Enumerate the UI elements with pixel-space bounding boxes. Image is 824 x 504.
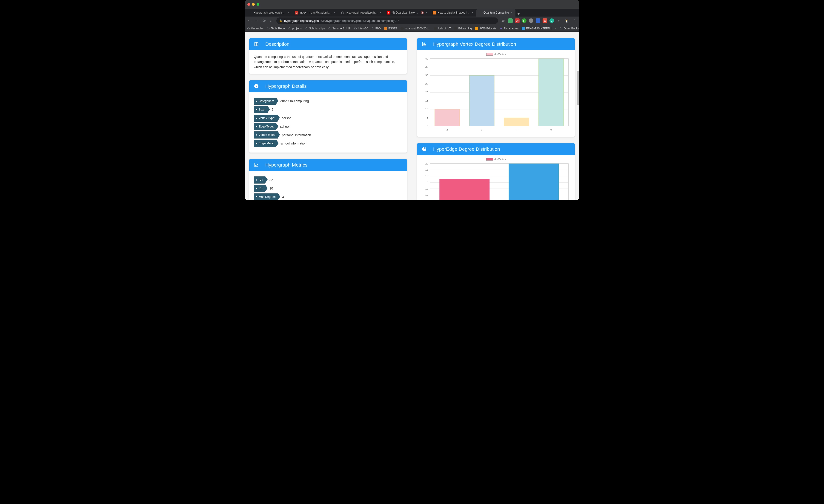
- reload-button[interactable]: ⟳: [262, 19, 266, 23]
- toolbar: ← → ⟳ ⌂ 🔒 hypergraph-repository.github.i…: [245, 16, 579, 25]
- bookmark-item[interactable]: E-Learning: [454, 27, 472, 30]
- vertex-degree-chart-card: Hypergraph Vertex Degree Distribution # …: [417, 38, 575, 137]
- description-card: Description Quantum computing is the use…: [249, 38, 407, 74]
- info-icon: [254, 84, 259, 89]
- close-tab-icon[interactable]: ×: [471, 11, 474, 14]
- pie-chart-icon: [422, 147, 427, 152]
- star-icon[interactable]: ☆: [501, 19, 505, 23]
- tab-label: Quantum Computing: [484, 11, 509, 14]
- scrollbar[interactable]: [576, 32, 579, 200]
- new-tab-button[interactable]: +: [515, 11, 522, 16]
- detail-row: Categories:quantum-computing: [254, 98, 402, 105]
- chart-svg: 68101214161820: [421, 162, 571, 200]
- svg-text:18: 18: [425, 168, 428, 171]
- close-tab-icon[interactable]: ×: [510, 11, 513, 14]
- svg-text:20: 20: [425, 162, 428, 165]
- close-tab-icon[interactable]: ×: [425, 11, 428, 14]
- detail-label: |E|:: [254, 185, 265, 192]
- maximize-window-button[interactable]: [256, 3, 260, 6]
- details-card: Hypergraph Details Categories:quantum-co…: [249, 80, 407, 152]
- back-button[interactable]: ←: [247, 19, 251, 23]
- bar-chart-icon: [422, 41, 427, 47]
- ext-icon[interactable]: ❄: [556, 18, 561, 23]
- forward-button[interactable]: →: [254, 19, 259, 23]
- folder-icon: 🗀: [247, 27, 250, 30]
- metrics-card: Hypergraph Metrics |V|:32|E|:10Max Degre…: [249, 159, 407, 200]
- bookmark-item[interactable]: 🗀SummerSch19: [328, 27, 350, 30]
- bookmark-item[interactable]: localhost:4000/201…: [401, 27, 431, 30]
- bookmark-item[interactable]: 🗀projects: [288, 27, 302, 30]
- bookmark-item[interactable]: 🗀Intern20: [354, 27, 368, 30]
- bookmark-item[interactable]: 🗀Vacancies: [247, 27, 264, 30]
- svg-text:25: 25: [425, 82, 428, 85]
- mute-icon: 🔇: [421, 11, 424, 14]
- browser-tab[interactable]: ≡How to display images in Markd×: [430, 9, 476, 16]
- detail-value: 5: [272, 107, 274, 112]
- bookmark-item[interactable]: AWS Educate: [475, 27, 496, 30]
- other-bookmarks[interactable]: 🗀Other Bookmarks: [559, 27, 579, 30]
- browser-tab[interactable]: MInbox - m.jan@studenti.unisa.it -×: [292, 9, 338, 16]
- bookmark-item[interactable]: 🗀PhD: [371, 27, 381, 30]
- ext-icon[interactable]: →: [536, 18, 540, 23]
- bookmark-label: Other Bookmarks: [563, 27, 579, 30]
- browser-tab[interactable]: Quantum Computing×: [476, 9, 515, 16]
- svg-text:14: 14: [425, 181, 428, 184]
- extension-icons: uo B+ → sc G ❄: [508, 18, 561, 23]
- svg-rect-1: [256, 86, 256, 87]
- ext-icon[interactable]: [508, 18, 513, 23]
- ext-icon[interactable]: [529, 18, 533, 23]
- bookmark-label: PhD: [376, 27, 381, 30]
- address-bar[interactable]: 🔒 hypergraph-repository.github.io/hyperg…: [276, 17, 498, 24]
- close-tab-icon[interactable]: ×: [333, 11, 336, 14]
- hyperedge-degree-chart-header: HyperEdge Degree Distribution: [417, 143, 575, 155]
- bookmark-item[interactable]: Lab of IoT: [434, 27, 451, 30]
- site-icon: [522, 27, 525, 30]
- svg-text:0: 0: [427, 125, 428, 127]
- detail-value: school: [280, 124, 290, 129]
- bookmark-item[interactable]: ESSE3: [384, 27, 397, 30]
- detail-value: 4: [282, 194, 284, 200]
- svg-text:5: 5: [427, 116, 428, 119]
- ext-icon[interactable]: uo: [515, 18, 520, 23]
- bookmark-label: AWS Educate: [479, 27, 496, 30]
- bookmarks-bar: 🗀Vacancies🗀Tools Repo🗀projects🗀Scholarsh…: [245, 25, 579, 32]
- vertex-degree-chart-header: Hypergraph Vertex Degree Distribution: [417, 38, 575, 50]
- minimize-window-button[interactable]: [252, 3, 255, 6]
- browser-window: Hypergraph Web Application×MInbox - m.ja…: [245, 0, 579, 200]
- bookmark-item[interactable]: ALAlmaLaurea: [500, 27, 519, 30]
- chart-svg: 05101520253035402345: [421, 57, 571, 132]
- browser-tab[interactable]: ◯hypergraph-repository/hypergra×: [338, 9, 385, 16]
- svg-text:8: 8: [427, 200, 428, 200]
- bookmark-label: Intern20: [358, 27, 368, 30]
- close-tab-icon[interactable]: ×: [287, 11, 290, 14]
- ext-icon[interactable]: B+: [522, 18, 526, 23]
- scrollbar-thumb[interactable]: [577, 71, 579, 105]
- close-tab-icon[interactable]: ×: [379, 11, 382, 14]
- detail-label: Vertex Type:: [254, 115, 278, 122]
- bookmarks-overflow[interactable]: »: [555, 27, 556, 30]
- chart-bar: [509, 163, 559, 200]
- details-title: Hypergraph Details: [265, 84, 307, 89]
- chart-bar: [439, 179, 490, 200]
- browser-tab[interactable]: Hypergraph Web Application×: [246, 9, 292, 16]
- bookmark-item[interactable]: 🗀Tools Repo: [267, 27, 285, 30]
- folder-icon: 🗀: [371, 27, 374, 30]
- detail-value: school information: [281, 141, 307, 146]
- home-button[interactable]: ⌂: [269, 19, 274, 23]
- detail-value: person: [282, 116, 292, 121]
- ext-icon[interactable]: G: [549, 18, 554, 23]
- bookmark-label: Tools Repo: [271, 27, 285, 30]
- svg-text:3: 3: [481, 128, 482, 131]
- bookmark-item[interactable]: 🗀Scholarships: [305, 27, 325, 30]
- folder-icon: 🗀: [305, 27, 308, 30]
- ext-icon[interactable]: sc: [542, 18, 547, 23]
- svg-text:2: 2: [446, 128, 448, 131]
- hyperedge-degree-chart-card: HyperEdge Degree Distribution # of Votes…: [417, 143, 575, 200]
- menu-button[interactable]: ⋮: [573, 19, 577, 23]
- browser-tab[interactable]: ▶(5) Dua Lipa - New Rules (S🔇×: [385, 9, 430, 16]
- close-window-button[interactable]: [247, 3, 250, 6]
- profile-avatar[interactable]: 🐧: [564, 18, 570, 23]
- chart-bar: [539, 58, 563, 126]
- bookmark-item[interactable]: ERASMUSINTERN |: [522, 27, 551, 30]
- tab-label: How to display images in Markd: [437, 11, 470, 14]
